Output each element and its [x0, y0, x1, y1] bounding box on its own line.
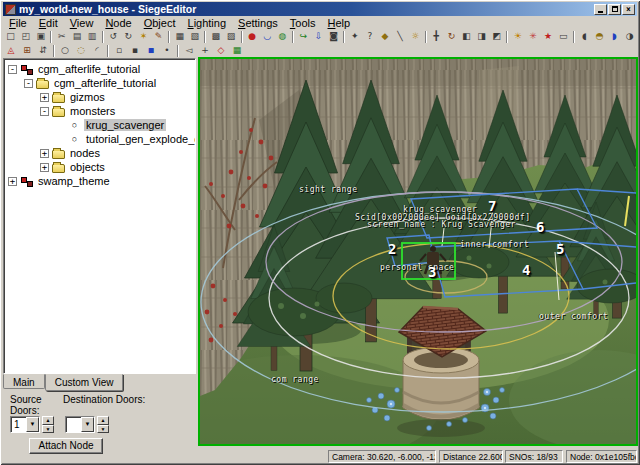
minimize-button[interactable]	[594, 4, 607, 15]
title-bar[interactable]: my_world-new_house - SiegeEditor ×	[3, 2, 637, 16]
rotate-tool-button[interactable]: ↻	[444, 30, 459, 44]
world-build-icon: ◍	[278, 32, 286, 41]
monitor-view-button[interactable]: ▭	[556, 30, 571, 44]
drop-object-icon: ⇩	[315, 32, 323, 41]
folder-icon	[52, 94, 65, 103]
copy-node-button[interactable]: ▩	[208, 30, 223, 44]
copy-button[interactable]: ▤	[69, 30, 84, 44]
lock-x-button[interactable]: ◧	[459, 30, 474, 44]
tree-item-nodes[interactable]: + nodes	[4, 146, 195, 160]
mouse-right-button[interactable]: ◗	[607, 30, 622, 44]
mouse-middle-button[interactable]: ◓	[592, 30, 607, 44]
lock-y-button[interactable]: ◨	[474, 30, 489, 44]
rotate-tool-icon: ↻	[448, 32, 456, 41]
spin-down-icon[interactable]: ▼	[42, 425, 54, 434]
mouse-left-button[interactable]: ◖	[577, 30, 592, 44]
cut-button[interactable]: ✂	[54, 30, 69, 44]
circle-gizmo-button[interactable]: ○	[57, 44, 73, 58]
tree-expander-icon[interactable]: +	[8, 177, 17, 186]
light-burst-button[interactable]: ✳	[525, 30, 540, 44]
tree-expander-icon[interactable]: -	[40, 107, 49, 116]
tree-expander-icon[interactable]: -	[24, 79, 33, 88]
tree-item-gizmos[interactable]: + gizmos	[4, 90, 195, 104]
copy-icon: ▤	[73, 32, 82, 41]
tree-item-monsters[interactable]: - monsters	[4, 104, 195, 118]
link-node-button[interactable]: ↪	[296, 30, 311, 44]
tree-expander-icon[interactable]: +	[40, 93, 49, 102]
refresh-node-button[interactable]: ↺	[106, 30, 121, 44]
refresh-world-button[interactable]: ↻	[121, 30, 136, 44]
toolbar-separator	[50, 31, 52, 43]
tree-expander-icon[interactable]: +	[40, 149, 49, 158]
axes-gizmo-button[interactable]: +	[197, 44, 213, 58]
tree-item-objects[interactable]: + objects	[4, 160, 195, 174]
query-object-button[interactable]: ?	[362, 30, 377, 44]
frame-fill-button[interactable]: ▪	[127, 44, 143, 58]
spin-up-icon[interactable]: ▲	[97, 416, 109, 425]
restore-button[interactable]	[608, 4, 621, 15]
tree-item-tutorial_gen_explode_door-krug_grunt[interactable]: tutorial_gen_explode_door-krug_grunt	[4, 132, 195, 146]
viewport-3d[interactable]: sight rangekrug_scavengerScid[0x002000ee…	[198, 57, 638, 446]
scene-render[interactable]	[200, 59, 636, 444]
toolbar-row-2: ◬⊞⇵○◌◜▫▪◾•◅+◇▦	[3, 43, 245, 58]
tree-item-swamp_theme[interactable]: + swamp_theme	[4, 174, 195, 188]
terrain-tile-button[interactable]: ▦	[229, 44, 245, 58]
open-file-button[interactable]: ◰	[18, 30, 33, 44]
move-tool-button[interactable]: ╋	[429, 30, 444, 44]
source-doors-stepper[interactable]: ▲ ▼	[42, 416, 54, 433]
spin-up-icon[interactable]: ▲	[42, 416, 54, 425]
frame-small-icon: ▫	[116, 46, 122, 55]
snapshot-button[interactable]: ◙	[326, 30, 341, 44]
source-doors-select[interactable]: 1 ▼	[10, 416, 40, 433]
record-button[interactable]: ●	[245, 30, 260, 44]
objects-pair-button[interactable]: ◾	[143, 44, 159, 58]
tile-vertical-button[interactable]: ▧	[187, 30, 202, 44]
sparkle-select-button[interactable]: ✶	[136, 30, 151, 44]
mouse-query-button[interactable]: ◑	[622, 30, 637, 44]
new-file-button[interactable]: □	[3, 30, 18, 44]
sort-nodes-button[interactable]: ⇵	[35, 44, 51, 58]
chevron-down-icon[interactable]: ▼	[81, 417, 94, 432]
arc-tool-button[interactable]: ◜	[89, 44, 105, 58]
toolbar-separator	[506, 31, 508, 43]
key-tool-button[interactable]: ✦	[347, 30, 362, 44]
duplicate-node-button[interactable]: ▨	[223, 30, 238, 44]
cone-select-button[interactable]: ◅	[181, 44, 197, 58]
frame-fill-icon: ▪	[132, 46, 138, 55]
tree-expander-icon[interactable]: -	[8, 65, 17, 74]
tab-main[interactable]: Main	[3, 374, 45, 389]
world-build-button[interactable]: ◍	[275, 30, 290, 44]
chevron-down-icon[interactable]: ▼	[26, 417, 39, 432]
light-bulb-button[interactable]: ☼	[408, 30, 423, 44]
lock-z-button[interactable]: ◩	[489, 30, 504, 44]
flare-button[interactable]: ★	[541, 30, 556, 44]
tile-horizontal-button[interactable]: ▦	[172, 30, 187, 44]
tree-item-cgm_afterlife_tutorial[interactable]: - cgm_afterlife_tutorial	[4, 76, 195, 90]
paint-node-button[interactable]: ✎	[151, 30, 166, 44]
refresh-node-icon: ↺	[109, 32, 117, 41]
u-tool-button[interactable]: ◡	[260, 30, 275, 44]
node-graph-button[interactable]: ◬	[3, 44, 19, 58]
sun-light-button[interactable]: ☀	[510, 30, 525, 44]
anchor-dot-button[interactable]: •	[159, 44, 175, 58]
spin-down-icon[interactable]: ▼	[97, 425, 109, 434]
destination-doors-stepper[interactable]: ▲ ▼	[97, 416, 109, 433]
toolbar-separator	[241, 31, 243, 43]
lasso-select-button[interactable]: ◌	[73, 44, 89, 58]
save-file-button[interactable]: ▣	[33, 30, 48, 44]
line-tool-button[interactable]: ╲	[393, 30, 408, 44]
materials-pair-button[interactable]: ◇	[213, 44, 229, 58]
close-button[interactable]: ×	[622, 4, 635, 15]
paste-button[interactable]: ▥	[85, 30, 100, 44]
gizmo-icon	[68, 120, 81, 131]
tree-item-krug_scavenger[interactable]: krug_scavenger	[4, 118, 195, 132]
vehicle-placement-button[interactable]: ⊞	[19, 44, 35, 58]
destination-doors-select[interactable]: ▼	[65, 416, 95, 433]
tile-vertical-icon: ▧	[191, 32, 200, 41]
loot-bag-button[interactable]: ◆	[377, 30, 392, 44]
drop-object-button[interactable]: ⇩	[311, 30, 326, 44]
tab-custom-view[interactable]: Custom View	[45, 374, 124, 391]
frame-small-button[interactable]: ▫	[111, 44, 127, 58]
tree-expander-icon[interactable]: +	[40, 163, 49, 172]
tree-item-cgm_afterlife_tutorial[interactable]: - cgm_afterlife_tutorial	[4, 62, 195, 76]
